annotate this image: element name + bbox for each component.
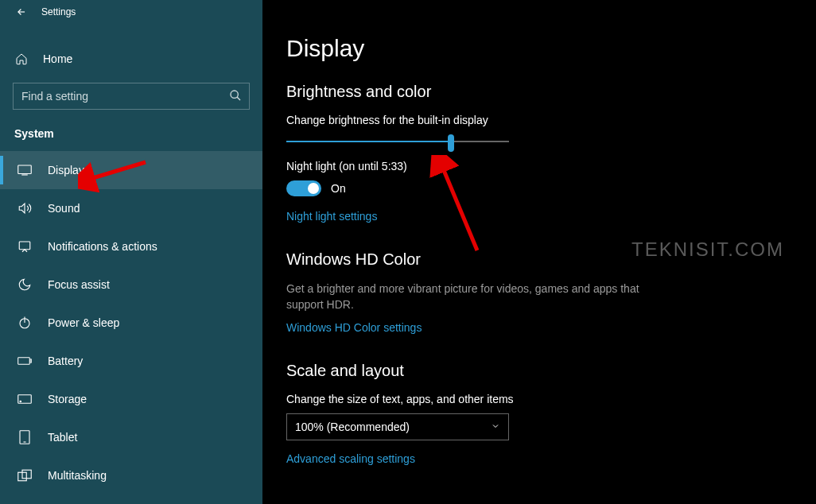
- svg-rect-9: [19, 242, 30, 250]
- sidebar-item-label: Focus assist: [48, 278, 110, 291]
- brightness-slider-label: Change brightness for the built-in displ…: [286, 114, 779, 126]
- toggle-knob: [308, 183, 319, 194]
- sidebar-item-tablet[interactable]: Tablet: [0, 418, 262, 456]
- sidebar-item-label: Battery: [48, 355, 83, 367]
- svg-line-5: [237, 97, 240, 100]
- tablet-icon: [17, 430, 32, 444]
- search-container: [0, 75, 262, 110]
- multitasking-icon: [17, 468, 32, 483]
- sidebar-item-label: Sound: [48, 202, 80, 215]
- section-heading: Scale and layout: [286, 362, 779, 380]
- nav-list: Display Sound Notifications & actions Fo…: [0, 151, 262, 494]
- sidebar-item-label: Storage: [48, 393, 87, 405]
- scale-select-value: 100% (Recommended): [295, 421, 410, 433]
- page-title: Display: [286, 35, 816, 62]
- scale-select-label: Change the size of text, apps, and other…: [286, 393, 779, 405]
- back-icon[interactable]: [14, 5, 29, 19]
- section-brightness: Brightness and color Change brightness f…: [286, 83, 779, 223]
- svg-rect-13: [30, 359, 31, 362]
- window-title: Settings: [41, 6, 76, 17]
- category-label: System: [0, 110, 262, 151]
- scale-select[interactable]: 100% (Recommended): [286, 413, 509, 440]
- chevron-down-icon: [491, 421, 500, 433]
- toggle-state-label: On: [331, 182, 346, 195]
- display-icon: [17, 163, 32, 177]
- sidebar-item-label: Display: [48, 164, 84, 176]
- sidebar-item-power-sleep[interactable]: Power & sleep: [0, 304, 262, 342]
- storage-icon: [17, 392, 32, 406]
- sidebar-item-label: Power & sleep: [48, 316, 119, 329]
- sidebar-item-sound[interactable]: Sound: [0, 189, 262, 227]
- search-input[interactable]: [13, 83, 250, 110]
- home-label: Home: [43, 52, 72, 65]
- advanced-scaling-link[interactable]: Advanced scaling settings: [286, 452, 415, 465]
- svg-marker-8: [19, 204, 25, 213]
- content-pane: Display Brightness and color Change brig…: [262, 0, 816, 504]
- home-button[interactable]: Home: [0, 43, 262, 75]
- brightness-slider[interactable]: [286, 141, 509, 142]
- sidebar-item-multitasking[interactable]: Multitasking: [0, 456, 262, 494]
- svg-rect-6: [18, 165, 32, 174]
- section-heading: Brightness and color: [286, 83, 779, 101]
- focus-assist-icon: [17, 277, 32, 292]
- night-light-label: Night light (on until 5:33): [286, 160, 779, 173]
- home-icon: [14, 52, 29, 66]
- hd-color-settings-link[interactable]: Windows HD Color settings: [286, 321, 422, 334]
- sidebar-item-storage[interactable]: Storage: [0, 380, 262, 418]
- sidebar-item-focus-assist[interactable]: Focus assist: [0, 266, 262, 304]
- sidebar-item-display[interactable]: Display: [0, 151, 262, 189]
- svg-point-4: [231, 91, 238, 98]
- section-hd-color: Windows HD Color Get a brighter and more…: [286, 250, 779, 335]
- svg-point-15: [20, 401, 21, 402]
- notifications-icon: [17, 239, 32, 254]
- night-light-toggle[interactable]: [286, 180, 321, 196]
- night-light-settings-link[interactable]: Night light settings: [286, 210, 377, 223]
- power-icon: [17, 316, 32, 330]
- section-heading: Windows HD Color: [286, 250, 779, 269]
- sidebar-item-label: Multitasking: [48, 469, 107, 482]
- sidebar-item-battery[interactable]: Battery: [0, 342, 262, 380]
- battery-icon: [17, 354, 32, 368]
- sidebar-item-label: Notifications & actions: [48, 240, 157, 253]
- sidebar-item-label: Tablet: [48, 431, 77, 444]
- svg-rect-12: [18, 358, 30, 364]
- sidebar: Home System Display Sound: [0, 0, 262, 504]
- slider-fill: [286, 141, 451, 142]
- settings-window: Settings Home System: [0, 0, 816, 504]
- section-scale-layout: Scale and layout Change the size of text…: [286, 362, 779, 466]
- sound-icon: [17, 201, 32, 215]
- slider-thumb[interactable]: [448, 134, 454, 152]
- hd-color-description: Get a brighter and more vibrant picture …: [286, 281, 660, 312]
- sidebar-item-notifications[interactable]: Notifications & actions: [0, 227, 262, 266]
